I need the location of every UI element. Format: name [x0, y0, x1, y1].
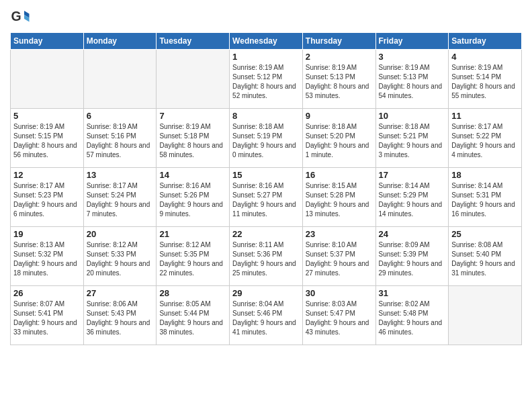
day-info: Sunrise: 8:19 AM Sunset: 5:18 PM Dayligh… — [159, 122, 226, 160]
day-number: 13 — [87, 170, 154, 180]
calendar-cell: 22Sunrise: 8:11 AM Sunset: 5:36 PM Dayli… — [230, 227, 303, 286]
day-number: 21 — [159, 229, 226, 239]
calendar-cell: 23Sunrise: 8:10 AM Sunset: 5:37 PM Dayli… — [302, 227, 375, 286]
calendar-cell: 26Sunrise: 8:07 AM Sunset: 5:41 PM Dayli… — [11, 286, 84, 345]
day-number: 28 — [159, 288, 226, 298]
calendar-cell: 7Sunrise: 8:19 AM Sunset: 5:18 PM Daylig… — [157, 109, 230, 168]
day-number: 30 — [306, 288, 373, 298]
day-number: 14 — [159, 170, 226, 180]
day-number: 19 — [13, 229, 81, 239]
day-info: Sunrise: 8:19 AM Sunset: 5:13 PM Dayligh… — [306, 63, 373, 101]
calendar-cell: 11Sunrise: 8:17 AM Sunset: 5:22 PM Dayli… — [449, 109, 522, 168]
day-number: 20 — [87, 229, 154, 239]
weekday-header-sunday: Sunday — [11, 33, 84, 50]
header: G — [10, 7, 522, 27]
calendar-cell — [11, 50, 84, 109]
day-number: 4 — [451, 52, 519, 62]
day-number: 3 — [379, 52, 446, 62]
day-number: 17 — [379, 170, 446, 180]
calendar-cell: 5Sunrise: 8:19 AM Sunset: 5:15 PM Daylig… — [11, 109, 84, 168]
day-number: 8 — [232, 111, 300, 121]
calendar-table: SundayMondayTuesdayWednesdayThursdayFrid… — [10, 32, 522, 345]
weekday-header-wednesday: Wednesday — [230, 33, 303, 50]
calendar-week-row: 1Sunrise: 8:19 AM Sunset: 5:12 PM Daylig… — [11, 50, 522, 109]
day-info: Sunrise: 8:07 AM Sunset: 5:41 PM Dayligh… — [13, 300, 81, 337]
day-number: 27 — [87, 288, 154, 298]
day-number: 31 — [379, 288, 446, 298]
calendar-cell: 28Sunrise: 8:05 AM Sunset: 5:44 PM Dayli… — [157, 286, 230, 345]
day-info: Sunrise: 8:12 AM Sunset: 5:35 PM Dayligh… — [159, 240, 226, 278]
day-info: Sunrise: 8:18 AM Sunset: 5:21 PM Dayligh… — [379, 122, 446, 160]
weekday-header-saturday: Saturday — [449, 33, 522, 50]
calendar-cell: 9Sunrise: 8:18 AM Sunset: 5:20 PM Daylig… — [302, 109, 375, 168]
day-number: 10 — [379, 111, 446, 121]
day-number: 22 — [232, 229, 300, 239]
day-info: Sunrise: 8:14 AM Sunset: 5:31 PM Dayligh… — [451, 181, 519, 219]
day-info: Sunrise: 8:05 AM Sunset: 5:44 PM Dayligh… — [159, 300, 226, 337]
day-info: Sunrise: 8:04 AM Sunset: 5:46 PM Dayligh… — [232, 300, 300, 337]
calendar-cell: 15Sunrise: 8:16 AM Sunset: 5:27 PM Dayli… — [230, 168, 303, 227]
calendar-cell: 19Sunrise: 8:13 AM Sunset: 5:32 PM Dayli… — [11, 227, 84, 286]
weekday-header-row: SundayMondayTuesdayWednesdayThursdayFrid… — [11, 33, 522, 50]
day-info: Sunrise: 8:09 AM Sunset: 5:39 PM Dayligh… — [379, 240, 446, 278]
svg-text:G: G — [11, 9, 21, 24]
logo-icon: G — [10, 7, 30, 27]
day-number: 6 — [87, 111, 154, 121]
calendar-week-row: 19Sunrise: 8:13 AM Sunset: 5:32 PM Dayli… — [11, 227, 522, 286]
calendar-cell: 20Sunrise: 8:12 AM Sunset: 5:33 PM Dayli… — [83, 227, 157, 286]
calendar-cell — [157, 50, 230, 109]
calendar-week-row: 12Sunrise: 8:17 AM Sunset: 5:23 PM Dayli… — [11, 168, 522, 227]
calendar-cell: 6Sunrise: 8:19 AM Sunset: 5:16 PM Daylig… — [83, 109, 157, 168]
day-number: 18 — [451, 170, 519, 180]
calendar-cell: 14Sunrise: 8:16 AM Sunset: 5:26 PM Dayli… — [157, 168, 230, 227]
calendar-week-row: 26Sunrise: 8:07 AM Sunset: 5:41 PM Dayli… — [11, 286, 522, 345]
day-info: Sunrise: 8:16 AM Sunset: 5:26 PM Dayligh… — [159, 181, 226, 219]
day-number: 1 — [232, 52, 300, 62]
day-info: Sunrise: 8:17 AM Sunset: 5:23 PM Dayligh… — [13, 181, 81, 219]
calendar-cell — [449, 286, 522, 345]
calendar-cell: 30Sunrise: 8:03 AM Sunset: 5:47 PM Dayli… — [302, 286, 375, 345]
day-info: Sunrise: 8:02 AM Sunset: 5:48 PM Dayligh… — [379, 300, 446, 337]
day-number: 5 — [13, 111, 81, 121]
day-info: Sunrise: 8:19 AM Sunset: 5:13 PM Dayligh… — [379, 63, 446, 101]
calendar-cell: 3Sunrise: 8:19 AM Sunset: 5:13 PM Daylig… — [375, 50, 449, 109]
day-number: 9 — [306, 111, 373, 121]
day-info: Sunrise: 8:08 AM Sunset: 5:40 PM Dayligh… — [451, 240, 519, 278]
day-number: 26 — [13, 288, 81, 298]
calendar-cell: 18Sunrise: 8:14 AM Sunset: 5:31 PM Dayli… — [449, 168, 522, 227]
day-number: 16 — [306, 170, 373, 180]
day-info: Sunrise: 8:11 AM Sunset: 5:36 PM Dayligh… — [232, 240, 300, 278]
calendar-week-row: 5Sunrise: 8:19 AM Sunset: 5:15 PM Daylig… — [11, 109, 522, 168]
page-container: G SundayMondayTuesdayWednesdayThursdayFr… — [0, 0, 532, 349]
calendar-cell: 31Sunrise: 8:02 AM Sunset: 5:48 PM Dayli… — [375, 286, 449, 345]
day-info: Sunrise: 8:14 AM Sunset: 5:29 PM Dayligh… — [379, 181, 446, 219]
calendar-cell: 25Sunrise: 8:08 AM Sunset: 5:40 PM Dayli… — [449, 227, 522, 286]
day-info: Sunrise: 8:12 AM Sunset: 5:33 PM Dayligh… — [87, 240, 154, 278]
calendar-cell: 16Sunrise: 8:15 AM Sunset: 5:28 PM Dayli… — [302, 168, 375, 227]
day-info: Sunrise: 8:18 AM Sunset: 5:20 PM Dayligh… — [306, 122, 373, 160]
weekday-header-tuesday: Tuesday — [157, 33, 230, 50]
calendar-cell: 10Sunrise: 8:18 AM Sunset: 5:21 PM Dayli… — [375, 109, 449, 168]
weekday-header-thursday: Thursday — [302, 33, 375, 50]
calendar-cell: 8Sunrise: 8:18 AM Sunset: 5:19 PM Daylig… — [230, 109, 303, 168]
day-info: Sunrise: 8:19 AM Sunset: 5:12 PM Dayligh… — [232, 63, 300, 101]
calendar-cell — [83, 50, 157, 109]
day-info: Sunrise: 8:19 AM Sunset: 5:14 PM Dayligh… — [451, 63, 519, 101]
day-number: 7 — [159, 111, 226, 121]
day-number: 15 — [232, 170, 300, 180]
day-info: Sunrise: 8:16 AM Sunset: 5:27 PM Dayligh… — [232, 181, 300, 219]
calendar-cell: 29Sunrise: 8:04 AM Sunset: 5:46 PM Dayli… — [230, 286, 303, 345]
day-number: 23 — [306, 229, 373, 239]
day-info: Sunrise: 8:19 AM Sunset: 5:15 PM Dayligh… — [13, 122, 81, 160]
day-info: Sunrise: 8:17 AM Sunset: 5:22 PM Dayligh… — [451, 122, 519, 160]
day-info: Sunrise: 8:19 AM Sunset: 5:16 PM Dayligh… — [87, 122, 154, 160]
day-number: 12 — [13, 170, 81, 180]
day-info: Sunrise: 8:18 AM Sunset: 5:19 PM Dayligh… — [232, 122, 300, 160]
logo: G — [10, 7, 33, 27]
calendar-cell: 27Sunrise: 8:06 AM Sunset: 5:43 PM Dayli… — [83, 286, 157, 345]
calendar-cell: 12Sunrise: 8:17 AM Sunset: 5:23 PM Dayli… — [11, 168, 84, 227]
day-number: 25 — [451, 229, 519, 239]
day-info: Sunrise: 8:03 AM Sunset: 5:47 PM Dayligh… — [306, 300, 373, 337]
day-info: Sunrise: 8:13 AM Sunset: 5:32 PM Dayligh… — [13, 240, 81, 278]
calendar-cell: 17Sunrise: 8:14 AM Sunset: 5:29 PM Dayli… — [375, 168, 449, 227]
